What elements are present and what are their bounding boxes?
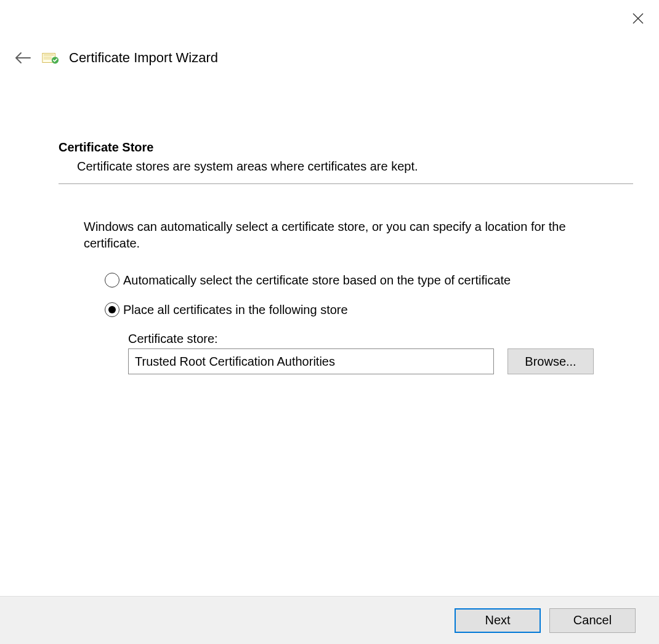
wizard-title: Certificate Import Wizard xyxy=(69,50,218,66)
section-title: Certificate Store xyxy=(59,140,633,155)
store-row: Browse... xyxy=(128,348,633,374)
divider xyxy=(59,183,633,184)
wizard-header: Certificate Import Wizard xyxy=(0,0,659,68)
store-section: Certificate store: Browse... xyxy=(59,332,633,374)
radio-icon xyxy=(105,273,119,288)
next-button[interactable]: Next xyxy=(455,608,541,633)
browse-button[interactable]: Browse... xyxy=(507,348,594,374)
wizard-footer: Next Cancel xyxy=(0,596,659,644)
svg-rect-5 xyxy=(44,58,52,59)
wizard-content: Certificate Store Certificate stores are… xyxy=(0,68,659,374)
section-description: Certificate stores are system areas wher… xyxy=(59,159,633,174)
radio-auto-select[interactable]: Automatically select the certificate sto… xyxy=(105,273,633,288)
close-button[interactable] xyxy=(631,11,645,26)
svg-rect-4 xyxy=(44,57,52,57)
radio-group: Automatically select the certificate sto… xyxy=(59,273,633,317)
certificate-icon xyxy=(41,48,60,68)
radio-place-all[interactable]: Place all certificates in the following … xyxy=(105,302,633,317)
close-icon xyxy=(633,13,644,24)
certificate-store-input[interactable] xyxy=(128,348,494,374)
radio-auto-label: Automatically select the certificate sto… xyxy=(123,273,511,288)
cancel-button[interactable]: Cancel xyxy=(549,608,636,633)
store-label: Certificate store: xyxy=(128,332,633,346)
back-arrow-icon xyxy=(15,52,31,64)
back-button[interactable] xyxy=(14,49,32,67)
instruction-text: Windows can automatically select a certi… xyxy=(59,219,594,252)
svg-rect-3 xyxy=(44,54,54,55)
radio-place-label: Place all certificates in the following … xyxy=(123,303,348,317)
radio-icon xyxy=(105,302,119,317)
